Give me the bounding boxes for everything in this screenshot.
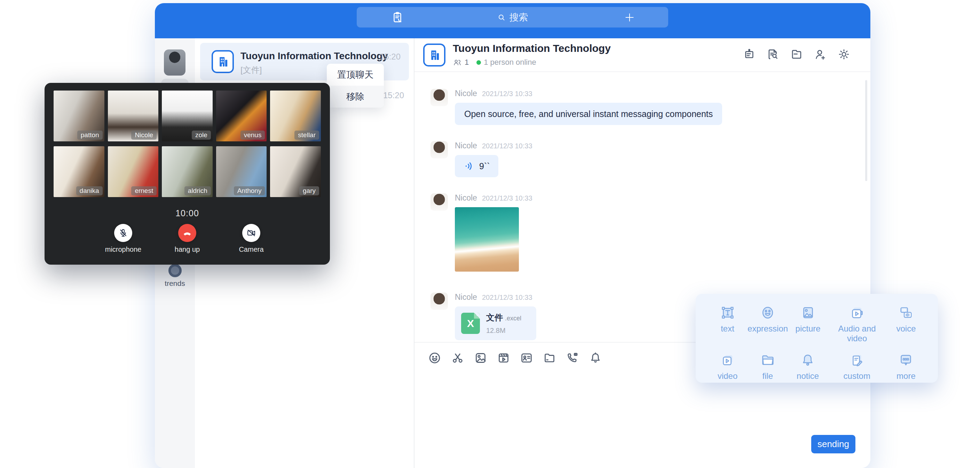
feature-video[interactable]: video [708, 348, 748, 381]
chat-panel-header: Tuoyun Information Technology 1 1 person… [414, 38, 870, 72]
video-tile: patton [54, 91, 104, 141]
emoji-button[interactable] [428, 351, 442, 365]
file-folder-icon [790, 48, 803, 61]
excel-file-icon: X [461, 313, 480, 334]
image-button[interactable] [474, 351, 488, 365]
file-message-card[interactable]: X 文件.excel 12.8M [455, 307, 536, 340]
voice-message-bubble[interactable]: 9`` [455, 155, 498, 177]
feature-audio-video[interactable]: Audio and video [828, 301, 886, 343]
audio-video-icon [849, 305, 865, 321]
file-folder-light-icon [760, 352, 776, 368]
participant-name-tag: gary [299, 186, 319, 195]
feature-voice[interactable]: voice [886, 301, 926, 343]
picture-icon [800, 305, 816, 321]
user-avatar[interactable] [164, 50, 186, 75]
feature-picture[interactable]: picture [788, 301, 828, 343]
video-button[interactable] [496, 351, 511, 365]
settings-gear-icon [837, 48, 851, 61]
file-button[interactable] [790, 47, 803, 61]
nav-item-trends[interactable]: trends [155, 264, 195, 288]
message-input[interactable] [414, 373, 870, 468]
feature-panel: text expression picture [696, 294, 938, 383]
participant-name-tag: danika [76, 186, 103, 195]
online-dot [476, 60, 481, 65]
conversation-time: 15:20 [383, 91, 404, 100]
settings-button[interactable] [837, 47, 851, 61]
message-time: 2021/12/3 10:33 [482, 294, 533, 302]
hang-up-button[interactable] [178, 224, 196, 242]
message: Nicole 2021/12/3 10:33 9`` [431, 141, 870, 177]
sender-name: Nicole [455, 89, 477, 98]
sender-avatar[interactable] [431, 193, 448, 211]
image-message-beach[interactable] [455, 207, 519, 272]
add-member-icon [814, 48, 827, 61]
building-icon [427, 48, 442, 62]
mic-off-icon [118, 228, 129, 238]
camera-off-icon [246, 228, 256, 238]
expression-icon [760, 305, 776, 321]
message: Nicole 2021/12/3 10:33 Open source, free… [431, 89, 870, 125]
group-avatar [423, 43, 445, 67]
trends-icon [169, 264, 182, 277]
conversation-title: Tuoyun Information Technology [240, 51, 388, 62]
video-tile: venus [216, 91, 267, 141]
notice-bell-icon [800, 352, 816, 368]
participant-name-tag: zole [192, 131, 211, 140]
trends-label: trends [155, 279, 195, 288]
call-record-icon [391, 11, 404, 24]
participant-name-tag: stellar [294, 131, 319, 140]
chat-record-button[interactable] [766, 47, 780, 61]
video-tile: Nicole [108, 91, 159, 141]
notice-board-icon [743, 48, 756, 61]
call-controls: microphone hang up Camera [54, 224, 321, 254]
phone-video-icon [566, 351, 579, 365]
feature-label: notice [788, 371, 827, 381]
call-timer: 10:00 [54, 208, 321, 218]
notification-button[interactable] [589, 351, 602, 365]
feature-file[interactable]: file [748, 348, 788, 381]
add-button[interactable] [622, 10, 638, 26]
top-search-bar[interactable]: 搜索 [357, 7, 668, 27]
call-button[interactable] [566, 351, 579, 365]
screenshot-button[interactable] [451, 351, 465, 365]
voice-duration: 9`` [479, 161, 490, 171]
chat-title: Tuoyun Information Technology [453, 43, 611, 54]
send-button[interactable]: sending [811, 435, 856, 454]
sender-avatar[interactable] [431, 141, 448, 158]
text-icon [720, 305, 736, 321]
online-status: 1 person online [484, 58, 536, 67]
microphone-button[interactable] [114, 224, 132, 242]
camera-button[interactable] [242, 224, 260, 242]
notice-button[interactable] [742, 47, 756, 61]
sender-avatar[interactable] [431, 89, 448, 106]
sender-avatar[interactable] [431, 292, 448, 310]
participant-name-tag: ernest [131, 186, 157, 195]
feature-custom[interactable]: custom [828, 348, 886, 381]
call-record-button[interactable] [390, 10, 405, 25]
page: 搜索 trends [0, 0, 980, 468]
text-message-bubble[interactable]: Open source, free, and universal instant… [455, 103, 722, 125]
feature-more[interactable]: more [886, 348, 926, 381]
file-upload-button[interactable] [542, 351, 557, 365]
camera-label: Camera [231, 246, 272, 254]
chat-record-search-icon [766, 48, 780, 61]
message-time: 2021/12/3 10:33 [482, 194, 533, 202]
feature-expression[interactable]: expression [748, 301, 788, 343]
conversation-subtitle: [文件] [240, 64, 262, 75]
participant-name-tag: Nicole [131, 131, 157, 140]
feature-notice[interactable]: notice [788, 348, 827, 381]
file-size: 12.8M [486, 327, 521, 335]
add-member-button[interactable] [813, 47, 827, 61]
contact-card-button[interactable] [520, 351, 533, 365]
menu-item-remove[interactable]: 移除 [327, 86, 384, 108]
more-icon [898, 352, 914, 368]
feature-label: custom [828, 371, 886, 381]
hang-up-icon [182, 227, 193, 238]
menu-item-pin[interactable]: 置顶聊天 [327, 64, 384, 86]
video-tile: gary [270, 146, 321, 197]
search-icon [497, 13, 506, 22]
file-name: 文件 [486, 313, 503, 322]
feature-text[interactable]: text [708, 301, 748, 343]
scrollbar[interactable] [865, 80, 867, 181]
video-tile: stellar [270, 91, 321, 141]
